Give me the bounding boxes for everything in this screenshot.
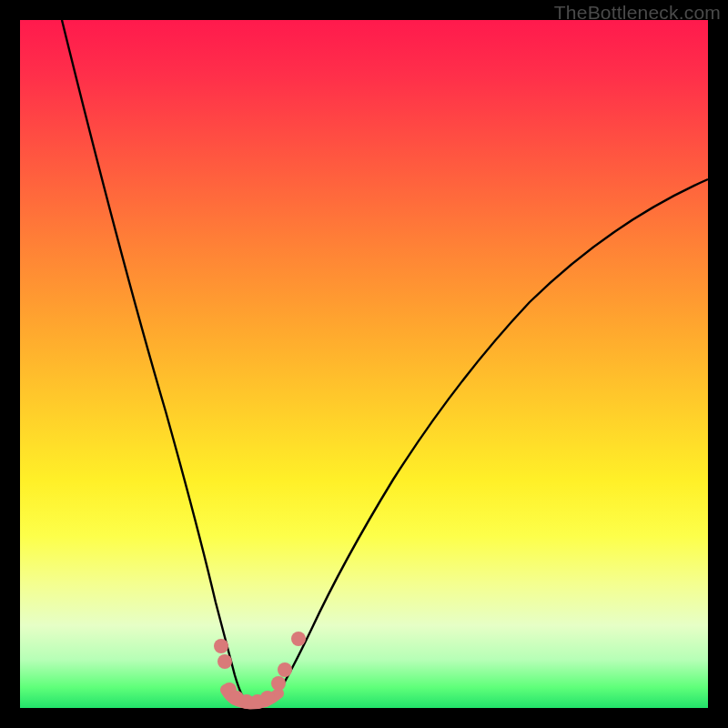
marker [271,676,286,691]
marker [217,654,232,669]
chart-svg [20,20,708,708]
marker [260,691,275,705]
frame: TheBottleneck.com [0,0,728,728]
left-branch-curve [62,20,244,699]
right-branch-curve [275,179,708,699]
marker [291,632,306,646]
attribution-text: TheBottleneck.com [554,2,721,24]
marker [214,639,228,653]
plot-area [20,20,708,708]
marker [278,662,292,677]
